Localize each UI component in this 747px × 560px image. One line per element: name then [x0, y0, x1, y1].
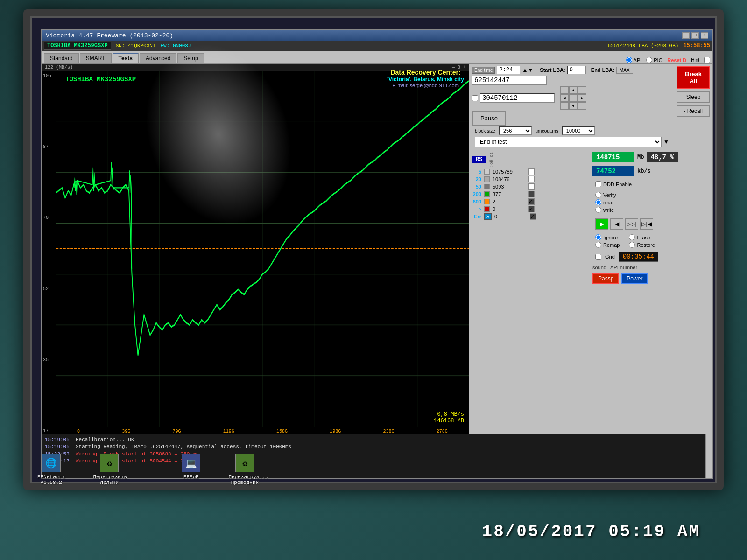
start-lba-input[interactable] — [567, 66, 586, 74]
error-row-600: 600 2 ✓ — [472, 198, 589, 205]
end-time-input[interactable] — [497, 66, 520, 74]
right-buttons: BreakAll Sleep · Recall — [675, 64, 712, 150]
pio-radio[interactable] — [646, 57, 652, 63]
read-radio[interactable] — [595, 199, 601, 205]
stats-options: 148715 Mb 48,7 % 74752 kb/s — [592, 152, 709, 284]
block-size-select[interactable]: 256 — [499, 126, 532, 135]
lba-section: End time ▲▼ Start LBA: End LBA: MAX — [469, 64, 675, 150]
ddd-checkbox[interactable] — [595, 181, 601, 187]
ddd-label: DDD Enable — [603, 182, 632, 187]
nav-down[interactable]: ▼ — [569, 102, 578, 110]
maximize-button[interactable]: □ — [691, 32, 699, 39]
restore-option[interactable]: Restore — [629, 242, 655, 248]
grid-checkbox[interactable] — [595, 254, 601, 260]
end-of-test-select[interactable]: End of test — [475, 137, 662, 147]
hint-checkbox[interactable] — [704, 57, 710, 63]
icon-reboot-shortcuts[interactable]: ♻ Перегрузитьярлыки — [93, 454, 126, 485]
mb-stat-row: 148715 Mb 48,7 % — [592, 152, 709, 162]
restore-radio[interactable] — [629, 242, 635, 248]
remap-option[interactable]: Remap — [595, 242, 620, 248]
icon-pppoe[interactable]: 💻 PPPoE — [182, 454, 200, 485]
drive-name[interactable]: TOSHIBA MK3259GSXP — [44, 42, 111, 50]
end-lba-max-button[interactable]: MAX — [616, 67, 633, 74]
error-bar-gt — [484, 206, 490, 212]
pio-radio-label[interactable]: PIO — [646, 57, 662, 63]
ignore-label: Ignore — [603, 235, 618, 240]
skip-button[interactable]: ▷|◀ — [640, 218, 653, 230]
nav-right[interactable]: ► — [578, 94, 586, 102]
current-mb: 146168 MB — [434, 418, 464, 424]
stop-button[interactable]: ◀ — [610, 218, 623, 230]
error-check-50[interactable] — [528, 183, 535, 190]
ignore-radio[interactable] — [595, 234, 601, 240]
erase-option[interactable]: Erase — [629, 234, 655, 240]
verify-option[interactable]: Verify — [595, 192, 706, 198]
error-row-5: 5 1075789 — [472, 168, 589, 175]
end-lba-value-input[interactable] — [472, 76, 547, 85]
break-all-button[interactable]: BreakAll — [677, 66, 710, 89]
end-time-row: End time ▲▼ Start LBA: End LBA: MAX — [472, 66, 672, 74]
lba-checkbox[interactable] — [472, 95, 478, 101]
ff-button[interactable]: ▷▷| — [625, 218, 638, 230]
nav-up[interactable]: ▲ — [569, 86, 578, 94]
tab-smart[interactable]: SMART — [80, 53, 112, 63]
ignore-option[interactable]: Ignore — [595, 234, 620, 240]
drive-lba: 625142448 LBA (~298 GB) — [608, 43, 679, 49]
end-of-test-row: End of test ▼ — [472, 136, 672, 148]
write-option[interactable]: write — [595, 207, 706, 213]
current-lba-input[interactable] — [480, 93, 555, 103]
screen: Victoria 4.47 Freeware (2013-02-20) − □ … — [30, 16, 717, 483]
nav-left[interactable]: ◄ — [560, 94, 569, 102]
error-check-600[interactable]: ✓ — [528, 198, 535, 205]
verify-radio[interactable] — [595, 192, 601, 198]
tab-standard[interactable]: Standard — [44, 53, 79, 63]
remap-radio[interactable] — [595, 242, 601, 248]
error-check-err[interactable]: ✓ — [530, 213, 536, 220]
passp-button[interactable]: Passp — [592, 273, 619, 284]
play-button[interactable]: ▶ — [595, 218, 608, 230]
read-option[interactable]: read — [595, 199, 706, 205]
api-radio[interactable] — [626, 57, 632, 63]
main-content: 122 (MB/s) — 8 + 105 87 70 52 35 — [42, 64, 712, 466]
playback-controls: ▶ ◀ ▷▷| ▷|◀ — [592, 217, 709, 231]
graph-canvas: 105 87 70 52 35 17 — [42, 71, 469, 436]
pause-button[interactable]: Pause — [472, 111, 506, 126]
end-time-spinners: ▲▼ — [522, 67, 533, 73]
error-check-20[interactable] — [528, 176, 535, 182]
err-x-icon: ✕ — [484, 213, 492, 220]
log-scrollbar[interactable] — [705, 434, 712, 478]
nav-up-left[interactable] — [560, 86, 569, 94]
error-check-5[interactable] — [528, 168, 535, 175]
passp-power-row: Passp Power — [592, 273, 709, 284]
grid-timer-row: Grid 00:35:44 — [592, 251, 709, 263]
error-check-gt[interactable]: ✓ — [528, 206, 535, 212]
tab-advanced[interactable]: Advanced — [140, 53, 176, 63]
timeout-select[interactable]: 10000 — [562, 126, 595, 135]
power-button[interactable]: Power — [621, 273, 648, 284]
recall-button[interactable]: · Recall — [677, 105, 710, 117]
nav-down-right[interactable] — [578, 102, 586, 110]
erase-radio[interactable] — [629, 234, 635, 240]
datetime-overlay: 18/05/2017 05:19 AM — [482, 522, 700, 541]
minimize-button[interactable]: − — [682, 32, 690, 39]
error-check-200[interactable] — [528, 191, 535, 197]
end-lba-row — [472, 76, 672, 85]
close-button[interactable]: × — [701, 32, 708, 39]
nav-up-right[interactable] — [578, 86, 586, 94]
api-radio-label[interactable]: API — [626, 57, 642, 63]
icon-penetwork[interactable]: 🌐 PENetworkv0.58.2 — [37, 454, 65, 485]
nav-down-left[interactable] — [560, 102, 569, 110]
write-radio[interactable] — [595, 207, 601, 213]
percent-value: 48,7 % — [647, 152, 677, 162]
icon-reboot-explorer[interactable]: ♻ Перезагруз...Проводник — [228, 454, 261, 485]
tab-setup[interactable]: Setup — [177, 53, 204, 63]
timer-display: 00:35:44 — [619, 252, 658, 262]
block-size-label: block size — [475, 128, 495, 133]
top-right-section: End time ▲▼ Start LBA: End LBA: MAX — [469, 64, 712, 150]
tab-bar: Standard SMART Tests Advanced Setup API — [42, 51, 712, 64]
right-panel: End time ▲▼ Start LBA: End LBA: MAX — [469, 64, 712, 466]
nav-center[interactable] — [569, 94, 578, 102]
sleep-button[interactable]: Sleep — [677, 91, 710, 103]
current-lba-row: ▲ ◄ ► ▼ — [472, 86, 672, 110]
tab-tests[interactable]: Tests — [113, 53, 139, 63]
